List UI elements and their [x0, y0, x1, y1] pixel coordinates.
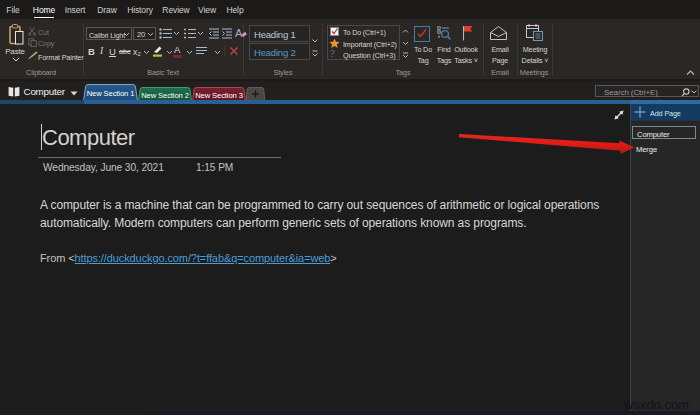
svg-text:New Section 2: New Section 2 [141, 91, 189, 100]
svg-text:New Section 1: New Section 1 [87, 89, 135, 98]
svg-text:A: A [235, 27, 243, 39]
svg-text:New Section 3: New Section 3 [195, 91, 243, 100]
